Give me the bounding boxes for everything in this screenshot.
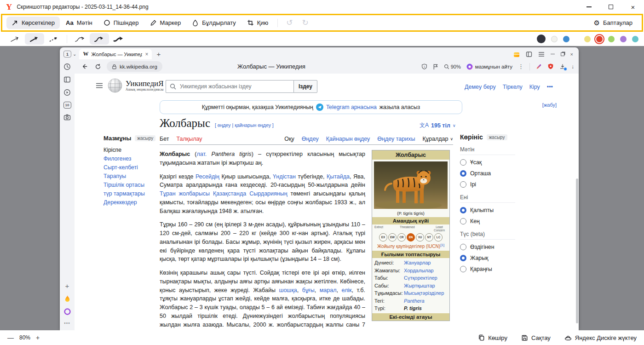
upload-disk-button[interactable]: Яндекс Дискіге жүктеу bbox=[564, 334, 637, 341]
reference-link[interactable]: [1] bbox=[440, 243, 444, 247]
color-swatch-white[interactable] bbox=[551, 36, 558, 42]
tool-arrows-button[interactable]: Көрсеткілер bbox=[6, 17, 60, 29]
radio-option[interactable]: Ұсақ bbox=[460, 159, 515, 166]
taxon-link[interactable]: Panthera bbox=[404, 297, 425, 305]
taxon-link[interactable]: Жыртқыштар bbox=[404, 282, 435, 290]
back-button[interactable] bbox=[79, 62, 89, 72]
reload-button[interactable] bbox=[93, 62, 103, 72]
browser-menu-icon[interactable] bbox=[538, 52, 545, 57]
history-clock-icon[interactable] bbox=[63, 63, 71, 70]
maximize-button[interactable] bbox=[600, 0, 622, 14]
zoom-out-button[interactable]: — bbox=[7, 334, 14, 341]
undo-button[interactable]: ↺ bbox=[282, 18, 297, 28]
tool-crop-button[interactable]: Қию bbox=[242, 17, 274, 29]
language-selector[interactable]: 文A 195 тіл ∨ bbox=[420, 121, 455, 129]
toc-hide-button[interactable]: жасыру bbox=[135, 135, 155, 141]
browser-close-button[interactable]: × bbox=[570, 52, 573, 57]
wiki-link[interactable]: Үндістан bbox=[273, 173, 296, 180]
toc-item[interactable]: түр тармақтары bbox=[104, 190, 159, 198]
downloads-button[interactable] bbox=[559, 63, 566, 70]
tab-close-icon[interactable]: × bbox=[145, 51, 148, 58]
user-menu-ellipsis-icon[interactable]: ••• bbox=[547, 84, 553, 90]
toc-item[interactable]: Тарапуы bbox=[104, 172, 159, 181]
radio-option[interactable]: Қараңғы bbox=[460, 266, 515, 272]
arrow-style-thin-button[interactable] bbox=[6, 33, 25, 45]
color-swatch-dark[interactable] bbox=[537, 34, 546, 43]
radio-option[interactable]: Өздігінен bbox=[460, 244, 515, 250]
add-panel-icon[interactable]: + bbox=[65, 282, 69, 290]
taxon-link[interactable]: Жануарлар bbox=[404, 259, 431, 267]
iucn-status-link[interactable]: Жойылу қаупіндегілер (IUCN) bbox=[377, 244, 440, 249]
browser-minimize-button[interactable] bbox=[551, 54, 555, 54]
curved-arrow-bold-button[interactable] bbox=[109, 33, 128, 45]
tool-text-button[interactable]: Аа Мәтін bbox=[61, 17, 98, 29]
taxon-link[interactable]: Мысықтәрізділер bbox=[404, 289, 444, 297]
banner-close-link[interactable]: [жабу] bbox=[542, 102, 557, 108]
wiki-link[interactable]: шошқа bbox=[279, 287, 297, 293]
tab-edit-source[interactable]: Қайнарын өңдеу bbox=[326, 136, 370, 142]
search-button[interactable]: Іздеу bbox=[293, 80, 317, 93]
radio-option[interactable]: Кең bbox=[460, 218, 515, 224]
login-link[interactable]: Кіру bbox=[529, 84, 540, 90]
radio-option-selected[interactable]: Қалыпты bbox=[460, 207, 515, 213]
tool-shapes-button[interactable]: Пішіндер bbox=[98, 17, 144, 29]
register-link[interactable]: Тіркелу bbox=[503, 84, 523, 90]
neuro-pen-icon[interactable] bbox=[535, 63, 542, 70]
play-video-icon[interactable] bbox=[63, 89, 71, 96]
curved-arrow-medium-button[interactable] bbox=[90, 33, 109, 45]
settings-button[interactable]: ⚙ Баптаулар bbox=[589, 16, 638, 30]
title-edit-links[interactable]: [ өңдеу | қайнарын өңдеу ] bbox=[215, 122, 274, 128]
tab-list-button[interactable]: 1 ⌄ bbox=[63, 51, 76, 58]
color-swatch-purple[interactable] bbox=[620, 36, 627, 42]
panels-icon[interactable] bbox=[63, 76, 71, 83]
curved-arrow-thin-button[interactable] bbox=[70, 33, 90, 45]
tool-blur-button[interactable]: Бұлдырлату bbox=[187, 17, 241, 29]
toc-item-intro[interactable]: Кіріспе bbox=[104, 146, 159, 155]
arrow-style-dashed-button[interactable] bbox=[44, 33, 63, 45]
radio-option-selected[interactable]: Жарық bbox=[460, 255, 515, 261]
page-zoom-control[interactable]: 90% bbox=[444, 64, 461, 69]
sidebar-more-icon[interactable]: ••• bbox=[64, 321, 70, 326]
wiki-link[interactable]: бұғы bbox=[302, 287, 315, 293]
color-swatch-blue[interactable] bbox=[563, 36, 569, 42]
color-swatch-yellow[interactable] bbox=[584, 36, 591, 42]
tab-edit[interactable]: Өңдеу bbox=[302, 136, 319, 142]
browser-tab[interactable]: W Жолбарыс — Уикипед × bbox=[79, 49, 152, 59]
flame-icon[interactable] bbox=[64, 295, 71, 303]
wiki-link[interactable]: Ресейдің bbox=[196, 173, 219, 180]
color-swatch-teal[interactable] bbox=[632, 36, 638, 42]
copy-button[interactable]: Көшіру bbox=[478, 334, 507, 341]
donate-link[interactable]: Демеу беру bbox=[465, 84, 496, 90]
toc-item[interactable]: Сырт-келбеті bbox=[104, 163, 159, 172]
main-menu-button[interactable] bbox=[96, 83, 103, 88]
toc-item[interactable]: Дереккөздер bbox=[104, 198, 159, 207]
wiki-link[interactable]: Тұран жолбарысы bbox=[160, 190, 210, 197]
protect-shield-icon[interactable]: 1 bbox=[421, 63, 427, 70]
tab-history[interactable]: Өңдеу тарихы bbox=[377, 136, 415, 142]
editor-canvas[interactable]: 1 ⌄ W Жолбарыс — Уикипед × + × bbox=[0, 46, 644, 330]
tab-page[interactable]: Бет bbox=[160, 136, 169, 142]
save-button[interactable]: Сақтау bbox=[521, 334, 551, 341]
neuro-ring-icon[interactable] bbox=[63, 308, 71, 316]
adblock-shield-icon[interactable] bbox=[547, 63, 554, 70]
wiki-link[interactable]: марал bbox=[320, 287, 337, 293]
wiki-link[interactable]: лат. bbox=[197, 151, 207, 157]
promo-gift-icon[interactable] bbox=[513, 51, 520, 58]
browser-restore-button[interactable] bbox=[561, 52, 564, 56]
wikipedia-logo[interactable]: УикипедиЯ Ашық энциклопедиясы bbox=[108, 78, 164, 93]
tab-read[interactable]: Оқу bbox=[284, 136, 294, 142]
close-button[interactable]: × bbox=[622, 0, 644, 14]
arrow-style-solid-button[interactable] bbox=[25, 33, 44, 45]
taxon-link[interactable]: Хордалылар bbox=[404, 267, 434, 275]
more-options-icon[interactable]: ⋮ bbox=[518, 63, 524, 70]
radio-option-selected[interactable]: Орташа bbox=[460, 170, 515, 177]
wiki-link[interactable]: Қазақстанда bbox=[213, 190, 246, 197]
color-swatch-green[interactable] bbox=[608, 36, 615, 42]
appearance-hide-button[interactable]: жасыру bbox=[487, 134, 507, 140]
search-input[interactable] bbox=[166, 83, 293, 90]
toc-item[interactable]: Тіршілік ортасы bbox=[104, 181, 159, 190]
radio-option[interactable]: Ірі bbox=[460, 181, 515, 188]
telegram-link[interactable]: Telegram арнасына bbox=[326, 104, 377, 110]
tab-groups-badge[interactable]: 10 bbox=[63, 102, 71, 109]
taxon-link[interactable]: Сүтқоректілер bbox=[404, 274, 437, 282]
